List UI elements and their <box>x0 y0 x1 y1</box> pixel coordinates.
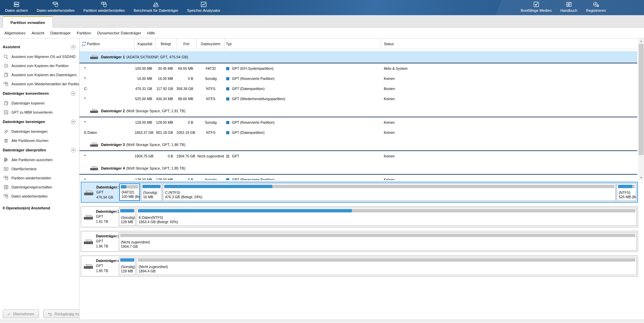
sidebar-item-gpt-zu-mbr-konvertieren[interactable]: GPT zu MBR konvertieren <box>0 108 79 117</box>
partition-block-nicht-zugeordnet[interactable]: (Nicht zugeordnet)1904.7 GB <box>119 232 637 251</box>
sidebar-item-oberflächentest[interactable]: Oberflächentest <box>0 164 79 173</box>
sidebar-item-partition-wiederherstellen[interactable]: Partition wiederherstellen <box>0 173 79 182</box>
chevron-up-icon[interactable] <box>71 45 76 50</box>
cell-type: GPT (Reservierte Partition) <box>225 77 381 81</box>
toolbar-benchmark[interactable]: Benchmark für Datenträger <box>129 0 183 13</box>
disk-group-row-2[interactable]: Datenträger 2(Msft Storage Space, GPT, 1… <box>79 105 637 117</box>
sidebar-item-assistent-zum-kopieren-der-partition[interactable]: Assistent zum Kopieren der Partition <box>0 61 79 70</box>
chevron-up-icon[interactable] <box>71 119 76 124</box>
disk-map-size: 1.81 TB <box>96 219 120 224</box>
apply-button-label: Übernehmen <box>13 312 34 316</box>
disk-map-texts: Datenträger:2GPT1.81 TB <box>96 209 120 224</box>
partition-row[interactable]: *:128.00 MB128.00 MB0 BSonstigGPT (Reser… <box>79 117 637 127</box>
sidebar-item-datenträger-kopieren[interactable]: Datenträger kopieren <box>0 98 79 108</box>
sidebar-item-assistent-zum-wiederherstellen-der-partition[interactable]: Assistent zum Wiederherstellen der Parti… <box>0 79 79 88</box>
partition-block-sonstig[interactable]: (Sonstig)128 MB <box>119 208 136 226</box>
partition-block-sonstig[interactable]: (Sonstig)128 MB <box>119 257 136 275</box>
sidebar-section-datenträger-konvertieren[interactable]: Datenträger konvertieren <box>0 88 79 98</box>
column-header-belegt[interactable]: Belegt <box>156 38 176 49</box>
sidebar-item-alle-partitionen-löschen[interactable]: Alle Partitionen löschen <box>0 136 79 145</box>
sidebar-item-datenträger-bereinigen[interactable]: Datenträger bereinigen <box>0 127 79 136</box>
cell-used: 801.18 GB <box>156 130 176 135</box>
partition-row[interactable]: C:476.31 GB117.92 GB358.39 GBNTFSGPT (Da… <box>79 84 637 94</box>
usage-bar-fill <box>138 209 352 212</box>
apply-button[interactable]: ✓ Übernehmen <box>3 310 39 318</box>
top-toolbar: Daten sichernDaten wiederherstellenParti… <box>0 0 644 15</box>
disk-group-row-1[interactable]: Datenträger 1(ADATA SX7000NP, GPT, 476.9… <box>79 51 637 63</box>
partition-block-nicht-zugeordnet[interactable]: (Nicht zugeordnet)1894.4 GB <box>137 257 637 275</box>
column-header-kapazität[interactable]: Kapazität <box>135 38 156 49</box>
toolbar-backup[interactable]: Daten sichern <box>1 0 32 13</box>
cell-fs: FAT32 <box>197 66 225 70</box>
column-header-dateisystem[interactable]: Dateisystem <box>197 38 225 49</box>
vertical-scrollbar[interactable]: ▲ ▼ <box>638 38 644 180</box>
sidebar-section-datenträger-bereinigen[interactable]: Datenträger bereinigen <box>0 117 79 127</box>
chevron-up-icon[interactable] <box>71 148 76 153</box>
toolbar-label-speicher-analysator: Speicher-Analysator <box>187 8 221 13</box>
table-body: Datenträger 1(ADATA SX7000NP, GPT, 476.9… <box>79 49 637 180</box>
sidebar-item-assistent-zum-migrieren-os-auf-ssd-hd[interactable]: Assistent zum Migrieren OS auf SSD/HD <box>0 52 79 61</box>
properties-icon <box>3 184 9 190</box>
disk-icon <box>83 239 93 245</box>
toolbar-bootable-media[interactable]: Bootfähige Medien <box>516 0 556 13</box>
sidebar-item-alle-partitionen-ausrichten[interactable]: Alle Partitionen ausrichten <box>0 155 79 164</box>
scroll-up-arrow[interactable]: ▲ <box>638 38 644 43</box>
chevron-up-icon[interactable] <box>71 91 76 96</box>
disk-map-row-1[interactable]: Datenträger:1GPT476.94 GB(FAT32)100 MB (… <box>81 182 638 203</box>
partition-block-c-ntfs[interactable]: C:(NTFS)476.3 GB (Belegt: 24%) <box>163 183 616 201</box>
sidebar-item-datenträgereigenschaften[interactable]: Datenträgereigenschaften <box>0 182 79 192</box>
toolbar-manual[interactable]: Handbuch <box>556 0 582 13</box>
menu-partition[interactable]: Partition <box>74 30 94 36</box>
disk-map-scheme: GPT <box>96 263 120 268</box>
column-header-partition[interactable]: Partition <box>79 38 135 49</box>
disk-map-row-4[interactable]: Datenträger:4GPT1.85 TB(Sonstig)128 MB(N… <box>81 256 638 276</box>
toolbar-label-daten-sichern: Daten sichern <box>5 8 28 13</box>
menu-allgemeines[interactable]: Allgemeines <box>1 30 29 36</box>
scrollbar-thumb[interactable] <box>639 44 644 155</box>
sidebar-item-assistent-zum-kopieren-des-datenträgers[interactable]: Assistent zum Kopieren des Datenträgers <box>0 70 79 79</box>
disk-group-row-4[interactable]: Datenträger 4(Msft Storage Space, GPT, 1… <box>79 163 637 175</box>
menu-ansicht[interactable]: Ansicht <box>29 30 47 36</box>
cell-fs: NTFS <box>197 130 225 135</box>
partition-row[interactable]: *:525.00 MB436.34 MB88.66 MBNTFSGPT (Wie… <box>79 94 637 104</box>
toolbar-restore-data[interactable]: Daten wiederherstellen <box>32 0 79 13</box>
partition-row[interactable]: *:100.00 MB30.45 MB69.55 MBFAT32GPT (EFI… <box>79 63 637 74</box>
sidebar-section-assistent[interactable]: Assistent <box>0 42 79 52</box>
column-header-frei[interactable]: Frei <box>176 38 197 49</box>
scroll-down-arrow[interactable]: ▼ <box>638 175 644 180</box>
copy-disk-icon <box>3 72 9 78</box>
undo-arrow-icon <box>48 312 52 316</box>
disk-group-row-3[interactable]: Datenträger 3(Msft Storage Space, GPT, 1… <box>79 139 637 151</box>
sidebar-section-datenträger-überprüfen[interactable]: Datenträger überprüfen <box>0 145 79 155</box>
toolbar-left-group: Daten sichernDaten wiederherstellenParti… <box>0 0 225 15</box>
partition-block-sonstig[interactable]: (Sonstig)16 MB <box>141 183 162 201</box>
toolbar-restore-partition[interactable]: Partition wiederherstellen <box>79 0 129 13</box>
refresh-icon[interactable] <box>81 41 87 47</box>
backup-icon <box>13 1 20 8</box>
column-header-status[interactable]: Status <box>381 38 637 49</box>
usage-bar-fill <box>142 185 161 188</box>
menu-hilfe[interactable]: Hilfe <box>144 30 158 36</box>
partition-block-e-daten-ntfs[interactable]: E:Daten(NTFS)1853.4 GB (Belegt: 43%) <box>137 208 637 226</box>
block-size: 128 MB <box>121 220 135 224</box>
undo-button[interactable]: Rückgängig machen <box>43 310 79 318</box>
disk-map-row-3[interactable]: Datenträger:3GPT1.86 TB(Nicht zugeordnet… <box>81 231 638 252</box>
disk-map-label: Datenträger:2GPT1.81 TB <box>81 207 119 227</box>
partition-row[interactable]: *:128.00 MB128.00 MB0 BSonstigGPT (Reser… <box>79 175 637 180</box>
toolbar-analyzer[interactable]: Speicher-Analysator <box>183 0 225 13</box>
partition-row[interactable]: *:1904.75 GB0 B1904.75 GBNicht zugeordne… <box>79 151 637 161</box>
toolbar-register[interactable]: Registrieren <box>582 0 610 13</box>
partition-block-ntfs[interactable]: (NTFS)525 MB (Bele <box>617 183 636 201</box>
tab-partition-verwalten[interactable]: Partition verwalten <box>3 16 53 28</box>
menu-dynamischer-datenträger[interactable]: Dynamischer Datenträger <box>94 30 144 36</box>
partition-row[interactable]: *:16.00 MB16.00 MB0 BSonstigGPT (Reservi… <box>79 74 637 84</box>
menu-datenträger[interactable]: Datenträger <box>47 30 74 36</box>
cell-status: Keinen <box>381 178 637 180</box>
column-header-typ[interactable]: Typ <box>225 38 381 49</box>
disk-group-info: (Msft Storage Space, GPT, 1.86 TB) <box>126 143 185 147</box>
sidebar-item-daten-wiederherstellen[interactable]: Daten wiederherstellen <box>0 192 79 201</box>
disk-map-row-2[interactable]: Datenträger:2GPT1.81 TB(Sonstig)128 MBE:… <box>81 206 638 227</box>
partition-block-fat32[interactable]: (FAT32)100 MB (Bele <box>119 183 140 201</box>
partition-row[interactable]: E:Daten1853.37 GB801.18 GB1052.19 GBNTFS… <box>79 127 637 138</box>
toolbar-label-benchmark-für-datenträger: Benchmark für Datenträger <box>134 8 178 13</box>
